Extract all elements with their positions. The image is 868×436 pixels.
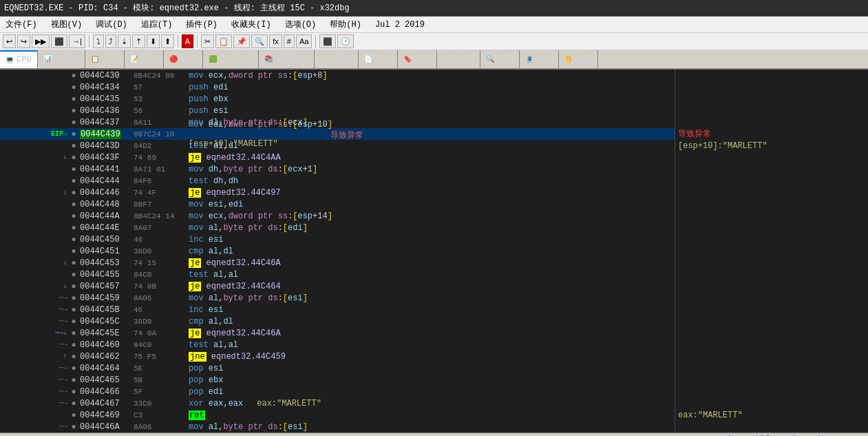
breakpoint-dot[interactable]: ●: [69, 387, 78, 397]
breakpoint-dot[interactable]: ●: [69, 352, 78, 362]
breakpoint-dot[interactable]: ●: [69, 364, 78, 373]
breakpoint-dot[interactable]: ●: [69, 118, 78, 127]
tab-引用[interactable]: 🔍引用: [480, 50, 520, 68]
disasm-row[interactable]: ─→●0044C4665Fpop edi: [0, 386, 675, 397]
breakpoint-dot[interactable]: ●: [69, 94, 78, 104]
breakpoint-dot[interactable]: ●: [69, 200, 78, 209]
disasm-row[interactable]: ─→●0044C46A8A06mov al,byte ptr ds:[esi]: [0, 421, 675, 433]
toolbar-b6[interactable]: ⬆: [161, 34, 174, 48]
disasm-row[interactable]: ↓●0044C45374 15je eqnedt32.44C46A: [0, 257, 675, 269]
menu-item-Jul[interactable]: Jul 2 2019: [372, 19, 427, 30]
tab-日志[interactable]: 📋日志: [85, 50, 125, 68]
toolbar-restart[interactable]: ▶▶: [32, 34, 50, 48]
disasm-row[interactable]: ●0044C43457push edi: [0, 81, 675, 93]
toolbar-open[interactable]: ↪: [17, 34, 30, 48]
disasm-row[interactable]: ●0044C4308B4C24 08mov ecx,dword ptr ss:[…: [0, 70, 675, 81]
disasm-row[interactable]: ●0044C469C3ret: [0, 409, 675, 421]
menu-item-H[interactable]: 帮助(H): [327, 18, 364, 31]
breakpoint-dot[interactable]: ●: [69, 235, 78, 245]
disasm-row[interactable]: ─→●0044C4655Bpop ebx: [0, 374, 675, 386]
breakpoint-dot[interactable]: ●: [69, 176, 78, 186]
breakpoint-dot[interactable]: ●: [69, 165, 78, 174]
toolbar-fx[interactable]: fx: [269, 34, 282, 48]
tab-CPU[interactable]: 💻CPU: [0, 50, 38, 68]
disasm-row[interactable]: ●0044C43553push ebx: [0, 93, 675, 105]
breakpoint-dot[interactable]: ●: [69, 141, 78, 151]
breakpoint-dot[interactable]: ●: [69, 282, 78, 291]
toolbar-b2[interactable]: ⤴: [105, 34, 116, 48]
breakpoint-dot[interactable]: ●: [69, 188, 78, 198]
toolbar-copy[interactable]: 📋: [215, 34, 232, 48]
disasm-row[interactable]: ●0044C4488BF7mov esi,edi: [0, 198, 675, 210]
breakpoint-dot[interactable]: ●: [69, 375, 78, 385]
disasm-row[interactable]: ●0044C45046inc esi: [0, 233, 675, 245]
breakpoint-dot[interactable]: ●: [69, 340, 78, 350]
disasm-row[interactable]: ●0044C4418A71 01mov dh,byte ptr ds:[ecx+…: [0, 163, 675, 175]
toolbar-aa[interactable]: Aa: [296, 34, 312, 48]
tab-脚本[interactable]: 📄脚本: [359, 50, 398, 68]
breakpoint-dot[interactable]: ●: [69, 129, 78, 139]
toolbar-patch[interactable]: ✂: [201, 34, 214, 48]
disasm-row[interactable]: ↓●0044C44674 4Fje eqnedt32.44C497: [0, 187, 675, 198]
breakpoint-dot[interactable]: ●: [69, 223, 78, 233]
disasm-row[interactable]: ─→●0044C45C38D0cmp al,dl: [0, 315, 675, 327]
disasm-row[interactable]: ↓●0044C43F74 69je eqnedt32.44C4AA: [0, 152, 675, 163]
toolbar-run[interactable]: ⬛: [319, 34, 336, 48]
toolbar-b5[interactable]: ⬇: [147, 34, 160, 48]
menu-item-V[interactable]: 视图(V): [48, 18, 85, 31]
disasm-row[interactable]: ●0044C43656push esi: [0, 105, 675, 116]
toolbar-b1[interactable]: ⤵: [93, 34, 104, 48]
disasm-row[interactable]: ●0044C45138D0cmp al,dl: [0, 245, 675, 257]
disasm-pane[interactable]: ●0044C4308B4C24 08mov ecx,dword ptr ss:[…: [0, 70, 675, 433]
tab-符号[interactable]: 🔖符号: [398, 50, 437, 68]
tab-SEH链[interactable]: ⛓SEH链: [315, 50, 359, 68]
breakpoint-dot[interactable]: ●: [69, 317, 78, 326]
disasm-row[interactable]: ─→●0044C46733C0xor eax,eaxeax:"MARLETT": [0, 397, 675, 409]
breakpoint-dot[interactable]: ●: [69, 270, 78, 280]
tab-内存布局[interactable]: 🟩内存布局: [203, 50, 259, 68]
toolbar-new[interactable]: ↩: [3, 34, 16, 48]
breakpoint-dot[interactable]: ●: [69, 83, 78, 92]
breakpoint-dot[interactable]: ●: [69, 329, 78, 338]
breakpoint-dot[interactable]: ●: [69, 211, 78, 221]
disasm-row[interactable]: ─→↓●0044C45E74 0Aje eqnedt32.44C46A: [0, 327, 675, 339]
tab-流程图[interactable]: 📊流程图: [38, 50, 85, 68]
toolbar-asm[interactable]: A: [182, 34, 193, 48]
menu-item-T[interactable]: 追踪(T): [138, 18, 176, 31]
disasm-row[interactable]: ─→●0044C4598A06mov al,byte ptr ds:[esi]: [0, 292, 675, 304]
toolbar-hash[interactable]: #: [284, 34, 295, 48]
breakpoint-dot[interactable]: ●: [69, 293, 78, 303]
toolbar-log[interactable]: 🕐: [337, 34, 354, 48]
breakpoint-dot[interactable]: ●: [69, 258, 78, 268]
disasm-row[interactable]: ●0044C45584C0test al,al: [0, 269, 675, 280]
disasm-row[interactable]: ─→●0044C4645Epop esi: [0, 362, 675, 374]
tab-源代码[interactable]: ◇源代码: [437, 50, 480, 68]
breakpoint-dot[interactable]: ●: [69, 305, 78, 315]
disasm-row[interactable]: EIP→●0044C4398B7C24 10mov edi,dword ptr …: [0, 128, 675, 140]
disasm-row[interactable]: ●0044C44484F6test dh,dh: [0, 175, 675, 187]
disasm-row[interactable]: ↓●0044C45774 0Bje eqnedt32.44C464: [0, 280, 675, 292]
menu-item-P[interactable]: 插件(P): [183, 18, 220, 31]
menu-item-F[interactable]: 文件(F): [3, 18, 40, 31]
disasm-row[interactable]: ●0044C44E8A07mov al,byte ptr ds:[edi]: [0, 222, 675, 233]
tab-断点[interactable]: 🔴断点: [164, 50, 203, 68]
disasm-row[interactable]: ●0044C44A8B4C24 14mov ecx,dword ptr ss:[…: [0, 210, 675, 222]
breakpoint-dot[interactable]: ●: [69, 399, 78, 408]
breakpoint-dot[interactable]: ●: [69, 411, 78, 420]
toolbar-stop[interactable]: ⬛: [51, 34, 67, 48]
menu-item-O[interactable]: 选项(O): [282, 18, 319, 31]
breakpoint-dot[interactable]: ●: [69, 71, 78, 81]
toolbar-b3[interactable]: ⇣: [118, 34, 131, 48]
breakpoint-dot[interactable]: ●: [69, 422, 78, 432]
tab-调用堆栈[interactable]: 📚调用堆栈: [259, 50, 315, 68]
disasm-row[interactable]: ─→●0044C46084C0test al,al: [0, 339, 675, 351]
disasm-row[interactable]: ●0044C43D84D2test dl,dl: [0, 140, 675, 152]
menu-item-D[interactable]: 调试(D): [93, 18, 130, 31]
toolbar-search[interactable]: 🔍: [251, 34, 268, 48]
tab-线程[interactable]: 🧵线程: [520, 50, 559, 68]
disasm-row[interactable]: ↑●0044C46275 F5jne eqnedt32.44C459: [0, 351, 675, 362]
breakpoint-dot[interactable]: ●: [69, 106, 78, 116]
tab-笔记[interactable]: 📝笔记: [125, 50, 164, 68]
toolbar-step[interactable]: →|: [69, 34, 85, 48]
tab-句柄[interactable]: 🖐句柄: [559, 50, 598, 68]
